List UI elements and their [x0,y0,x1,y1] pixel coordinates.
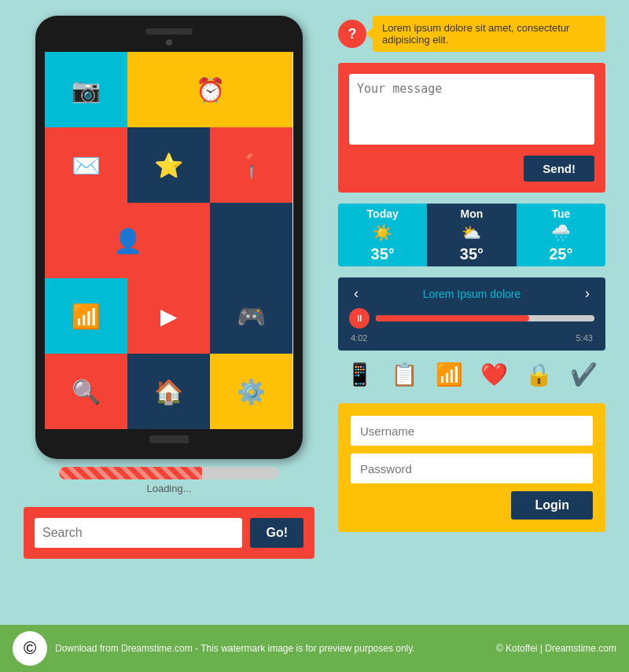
home-icon: 🏠 [154,378,183,406]
app-cell-profile[interactable]: 👤 [45,203,210,278]
loading-section: Loading... [24,467,314,494]
dreamstime-logo: © [13,631,47,666]
play-pause-button[interactable]: ⏸ [349,308,370,329]
question-icon: ? [338,20,366,48]
app-cell-settings[interactable]: ⚙️ [210,354,292,429]
app-cell-clock[interactable]: ⏰ [127,52,292,127]
message-textarea[interactable] [349,74,594,145]
app-cell-gamepad[interactable]: 🎮 [210,278,292,354]
app-grid: 📷 ⏰ ✉️ ⭐ 📍 👤 [45,52,293,429]
signal-bars-icon[interactable]: 📶 [436,362,463,387]
weather-tue-label: Tue [551,207,570,220]
send-button[interactable]: Send! [524,156,594,182]
app-cell-location[interactable]: 📍 [210,127,292,203]
weather-today-icon: ☀️ [373,223,392,242]
clock-icon: ⏰ [196,76,225,104]
pause-icon: ⏸ [355,313,364,324]
footer-text: Download from Dreamstime.com - This wate… [55,643,488,654]
star-icon: ⭐ [154,152,183,179]
weather-today: Today ☀️ 35° [338,204,427,266]
next-button[interactable]: › [580,285,594,302]
phone-section: 📷 ⏰ ✉️ ⭐ 📍 👤 [24,16,314,559]
weather-tue: Tue 🌧️ 25° [517,204,605,266]
search-icon: 🔍 [72,378,101,406]
play-icon: ▶ [160,303,178,329]
footer-right: © Kotoffei | Dreamstime.com [496,643,616,654]
phone-camera [166,39,172,46]
app-cell-email[interactable]: ✉️ [45,127,127,203]
login-button[interactable]: Login [511,491,593,520]
right-section: ? Lorem ipsum dolore sit amet, consectet… [338,16,605,532]
username-input[interactable] [351,416,593,446]
go-button[interactable]: Go! [250,518,303,548]
app-cell-wifi[interactable]: 📶 [45,278,127,354]
weather-mon-label: Mon [461,207,484,220]
music-controls: ⏸ [349,308,594,329]
music-player: ‹ Lorem Ipsum dolore › ⏸ 4:02 5:43 [338,277,605,351]
weather-today-label: Today [367,207,399,220]
camera-icon: 📷 [72,76,101,104]
weather-today-temp: 35° [371,245,395,263]
phone-frame: 📷 ⏰ ✉️ ⭐ 📍 👤 [35,16,303,459]
checkmark-icon[interactable]: ✔️ [570,362,598,387]
search-input[interactable] [35,518,242,548]
lock-icon[interactable]: 🔒 [525,362,553,387]
login-form: Login [338,403,605,532]
phone-icon[interactable]: 📱 [346,362,373,387]
heart-icon[interactable]: ❤️ [480,362,508,387]
loading-bar-fill [59,467,202,479]
progress-bar[interactable] [376,315,594,321]
profile-icon: 👤 [113,227,142,255]
email-icon: ✉️ [72,152,101,179]
weather-widget: Today ☀️ 35° Mon ⛅ 35° Tue 🌧️ 25° [338,204,605,266]
prev-button[interactable]: ‹ [349,285,363,302]
phone-home-button[interactable] [149,435,189,443]
loading-text: Loading... [24,483,314,494]
music-title: Lorem Ipsum dolore [423,288,521,300]
time-total: 5:43 [576,333,593,343]
progress-bar-fill [376,315,529,321]
loading-bar [59,467,279,479]
app-cell-camera[interactable]: 📷 [45,52,127,127]
icon-row: 📱 📋 📶 ❤️ 🔒 ✔️ [338,362,605,387]
location-icon: 📍 [237,152,266,179]
tooltip-row: ? Lorem ipsum dolore sit amet, consectet… [338,16,605,52]
logo-symbol: © [24,638,36,659]
weather-mon: Mon ⛅ 35° [427,204,516,266]
time-current: 4:02 [351,333,367,343]
app-cell-play[interactable]: ▶ [127,278,210,354]
tooltip-bubble: Lorem ipsum dolore sit amet, consectetur… [373,16,605,52]
app-cell-star[interactable]: ⭐ [127,127,210,203]
wifi-icon: 📶 [72,303,101,330]
weather-mon-icon: ⛅ [462,223,481,242]
gamepad-icon: 🎮 [237,303,266,330]
weather-tue-icon: 🌧️ [551,223,571,242]
clipboard-icon[interactable]: 📋 [391,362,418,387]
app-cell-empty1 [210,203,292,278]
settings-icon: ⚙️ [237,378,266,406]
password-input[interactable] [351,454,593,483]
phone-speaker [145,28,193,35]
app-cell-home[interactable]: 🏠 [127,354,210,429]
search-section: Go! [24,507,314,559]
music-nav: ‹ Lorem Ipsum dolore › [349,285,594,302]
message-box: Send! [338,63,605,193]
phone-screen: 📷 ⏰ ✉️ ⭐ 📍 👤 [45,52,293,429]
weather-mon-temp: 35° [460,245,484,263]
weather-tue-temp: 25° [549,245,572,263]
music-times: 4:02 5:43 [349,333,594,343]
app-cell-search[interactable]: 🔍 [45,354,127,429]
footer-bar: © Download from Dreamstime.com - This wa… [0,625,629,672]
